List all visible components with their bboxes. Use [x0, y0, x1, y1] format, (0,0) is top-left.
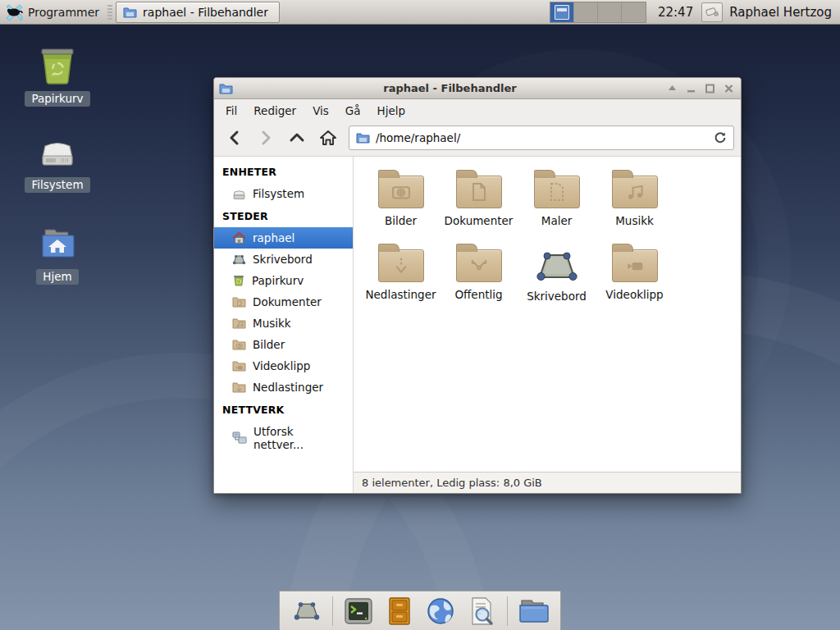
- harddrive-icon: [37, 131, 78, 172]
- sidebar-item-bilder[interactable]: Bilder: [214, 334, 353, 355]
- close-button[interactable]: [724, 84, 734, 94]
- menu-file[interactable]: Fil: [219, 102, 244, 120]
- path-input[interactable]: /home/raphael/: [376, 131, 708, 144]
- documents-folder-icon: [456, 176, 502, 208]
- tray-device-button[interactable]: [701, 2, 723, 22]
- sidebar-header-network: NETTVERK: [214, 398, 353, 421]
- downloads-folder-icon: [378, 249, 424, 282]
- applications-menu[interactable]: Programmer: [0, 0, 107, 24]
- file-item-nedlastinger[interactable]: Nedlastinger: [362, 242, 440, 303]
- sidebar-item-label: Skrivebord: [253, 253, 313, 266]
- file-label: Maler: [541, 214, 573, 227]
- file-manager-launcher[interactable]: [518, 596, 549, 627]
- dock-panel: [279, 591, 561, 630]
- desktop-icon-label: Papirkurv: [25, 91, 89, 107]
- dock-separator: [507, 596, 508, 626]
- show-desktop-button[interactable]: [291, 596, 322, 627]
- workspace-4[interactable]: [622, 2, 646, 22]
- sidebar-item-papirkurv[interactable]: Papirkurv: [214, 270, 353, 291]
- taskbar-window-label: raphael - Filbehandler: [143, 6, 268, 19]
- music-folder-icon: [612, 176, 658, 208]
- dock-separator: [332, 596, 333, 626]
- sidebar-item-dokumenter[interactable]: Dokumenter: [214, 291, 353, 313]
- sidebar-item-musikk[interactable]: Musikk: [214, 313, 353, 334]
- trash-icon: [37, 45, 78, 86]
- music-folder-icon: [232, 317, 246, 329]
- up-icon: [289, 130, 305, 146]
- usb-device-icon: [705, 6, 719, 19]
- workspace-window-thumb: [555, 5, 569, 20]
- window-folder-icon: [219, 83, 233, 94]
- file-item-offentlig[interactable]: Offentlig: [440, 242, 518, 303]
- file-item-dokumenter[interactable]: Dokumenter: [440, 168, 518, 227]
- sidebar-item-label: Nedlastinger: [253, 381, 323, 394]
- applications-menu-label: Programmer: [28, 6, 99, 19]
- sidebar: ENHETER Filsystem STEDER raphael: [214, 157, 354, 493]
- file-label: Nedlastinger: [365, 288, 436, 301]
- sidebar-item-label: Bilder: [253, 338, 285, 351]
- file-item-maler[interactable]: Maler: [518, 168, 596, 227]
- videos-folder-icon: [232, 360, 246, 372]
- taskbar-window-button[interactable]: raphael - Filbehandler: [116, 2, 280, 23]
- file-label: Offentlig: [454, 288, 502, 301]
- search-launcher[interactable]: [466, 596, 497, 627]
- desktop-icon-home[interactable]: Hjem: [12, 223, 103, 285]
- home-button[interactable]: [314, 126, 342, 150]
- reload-icon[interactable]: [714, 131, 727, 144]
- sidebar-item-filesystem[interactable]: Filsystem: [214, 183, 353, 204]
- sidebar-item-skrivebord[interactable]: Skrivebord: [214, 249, 353, 270]
- file-cabinet-icon: [386, 596, 413, 626]
- status-text: 8 ielementer, Ledig plass: 8,0 GiB: [362, 477, 542, 489]
- file-item-bilder[interactable]: Bilder: [362, 168, 440, 227]
- sidebar-header-devices: ENHETER: [214, 160, 353, 183]
- file-view[interactable]: Bilder Dokumenter: [354, 157, 741, 493]
- workspace-3[interactable]: [598, 2, 622, 22]
- desktop-icon-trash[interactable]: Papirkurv: [12, 45, 103, 107]
- file-cabinet-launcher[interactable]: [384, 596, 415, 627]
- sidebar-item-label: Papirkurv: [252, 274, 304, 287]
- panel-grip: [107, 5, 112, 20]
- desktop-icon: [533, 249, 581, 284]
- sidebar-item-raphael[interactable]: raphael: [214, 227, 353, 249]
- desktop-icon-filesystem[interactable]: Filsystem: [12, 131, 103, 193]
- file-manager-icon: [518, 597, 549, 625]
- web-browser-launcher[interactable]: [425, 596, 456, 627]
- sidebar-item-label: Dokumenter: [253, 295, 322, 308]
- menu-view[interactable]: Vis: [306, 102, 336, 120]
- workspace-switcher[interactable]: [550, 2, 646, 23]
- file-grid: Bilder Dokumenter: [354, 157, 741, 303]
- downloads-folder-icon: [232, 381, 246, 393]
- back-button[interactable]: [221, 126, 249, 150]
- file-item-musikk[interactable]: Musikk: [596, 168, 673, 227]
- public-folder-icon: [456, 249, 502, 282]
- pictures-folder-icon: [378, 176, 424, 208]
- user-menu[interactable]: Raphael Hertzog: [729, 5, 832, 20]
- pictures-folder-icon: [232, 339, 246, 350]
- terminal-launcher[interactable]: [343, 596, 374, 627]
- file-label: Bilder: [385, 214, 417, 227]
- minimize-button[interactable]: [686, 84, 696, 94]
- documents-folder-icon: [232, 296, 246, 308]
- menu-edit[interactable]: Rediger: [247, 102, 303, 120]
- workspace-1[interactable]: [550, 2, 574, 22]
- sidebar-item-videoklipp[interactable]: Videoklipp: [214, 355, 353, 377]
- shade-button[interactable]: [667, 84, 678, 94]
- file-item-videoklipp[interactable]: Videoklipp: [596, 242, 673, 303]
- sidebar-item-network[interactable]: Utforsk nettver...: [214, 421, 353, 455]
- menu-help[interactable]: Hjelp: [371, 102, 413, 120]
- trash-icon: [232, 274, 245, 287]
- menu-go[interactable]: Gå: [339, 102, 368, 120]
- window-titlebar[interactable]: raphael - Filbehandler: [214, 78, 741, 99]
- window-title: raphael - Filbehandler: [233, 82, 667, 94]
- sidebar-item-label: Filsystem: [253, 187, 304, 200]
- maximize-button[interactable]: [705, 84, 715, 94]
- web-browser-icon: [426, 596, 455, 626]
- up-button[interactable]: [283, 126, 311, 150]
- workspace-2[interactable]: [574, 2, 598, 22]
- file-item-skrivebord[interactable]: Skrivebord: [518, 242, 596, 303]
- sidebar-item-nedlastinger[interactable]: Nedlastinger: [214, 377, 353, 398]
- back-icon: [226, 130, 243, 146]
- path-bar[interactable]: /home/raphael/: [349, 126, 734, 150]
- show-desktop-icon: [292, 599, 322, 623]
- forward-button[interactable]: [252, 126, 280, 150]
